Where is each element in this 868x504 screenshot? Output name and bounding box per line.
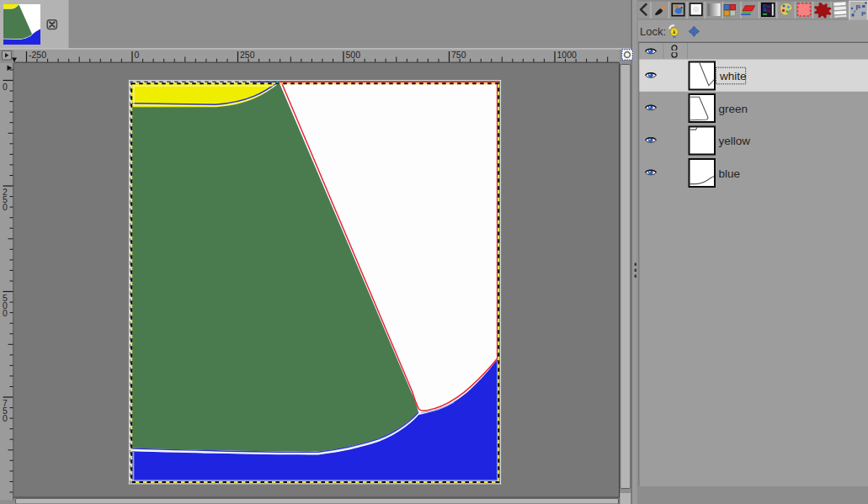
svg-text:750: 750 xyxy=(451,50,466,60)
svg-text:white: white xyxy=(719,70,747,82)
svg-text:P: P xyxy=(861,10,866,18)
svg-text:blue: blue xyxy=(719,167,741,180)
svg-text:yellow: yellow xyxy=(719,135,751,147)
svg-text:0: 0 xyxy=(3,202,8,212)
svg-text:Lock:: Lock: xyxy=(640,25,666,38)
svg-text:1000: 1000 xyxy=(557,50,578,60)
svg-text:0: 0 xyxy=(3,82,8,92)
svg-text:500: 500 xyxy=(346,50,361,60)
svg-text:0: 0 xyxy=(3,413,8,423)
svg-text:P: P xyxy=(856,3,861,11)
svg-text:250: 250 xyxy=(240,50,255,60)
svg-text:0: 0 xyxy=(3,308,8,318)
svg-text:0: 0 xyxy=(135,50,140,60)
svg-text:-250: -250 xyxy=(29,50,46,60)
svg-text:green: green xyxy=(719,103,748,115)
